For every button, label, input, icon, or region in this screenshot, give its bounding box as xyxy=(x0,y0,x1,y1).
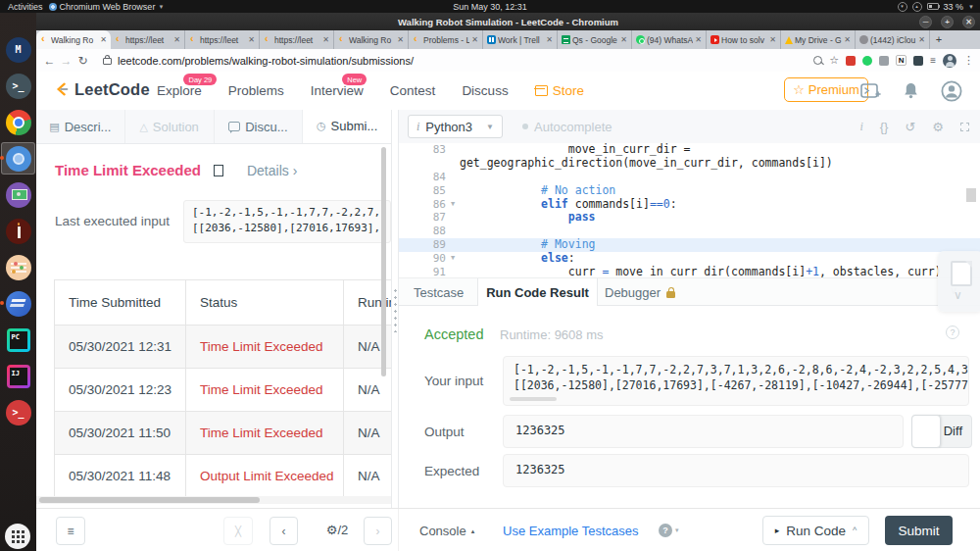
browser-tab[interactable]: Qs - Google✕ xyxy=(558,30,632,49)
browser-tab[interactable]: Walking Ro✕ xyxy=(36,30,111,49)
format-braces-icon[interactable]: {} xyxy=(880,120,889,134)
browser-tab[interactable]: How to solv✕ xyxy=(707,30,781,49)
new-tab-button[interactable]: + xyxy=(930,30,948,49)
settings-gear-icon[interactable]: ⚙ xyxy=(932,120,944,134)
panel-tab-solution[interactable]: △Solution xyxy=(125,110,215,143)
console-toggle[interactable]: Console ▴ xyxy=(419,524,474,538)
app-grid-launcher-icon[interactable] xyxy=(5,524,30,549)
browser-tab[interactable]: https://leet✕ xyxy=(111,30,185,49)
window-titlebar[interactable]: Walking Robot Simulation - LeetCode - Ch… xyxy=(36,13,980,30)
table-horizontal-scrollbar[interactable] xyxy=(36,496,392,504)
dock-terminal-red-app[interactable]: >_ xyxy=(5,399,31,426)
tab-close-icon[interactable]: ✕ xyxy=(471,35,478,44)
copy-icon[interactable] xyxy=(214,165,223,176)
panel-tab-discussion[interactable]: Discu... xyxy=(215,110,304,143)
scroll-helper-widget[interactable]: ∨ xyxy=(938,251,980,312)
testcase-help[interactable]: ? ▾ xyxy=(659,524,679,537)
submission-row[interactable]: 05/30/2021 12:31Time Limit ExceededN/A xyxy=(55,326,393,369)
tab-close-icon[interactable]: ✕ xyxy=(100,35,107,44)
maximize-button[interactable]: + xyxy=(941,16,954,28)
diff-toggle-knob[interactable] xyxy=(911,415,941,448)
dock-candle-app[interactable] xyxy=(5,218,31,244)
browser-tab[interactable]: https://leet✕ xyxy=(185,30,260,49)
browser-tab[interactable]: My Drive - G✕ xyxy=(781,30,856,49)
browser-tab[interactable]: (94) WhatsA✕ xyxy=(632,30,707,49)
submission-row[interactable]: 05/30/2021 11:48Output Limit ExceededN/A xyxy=(55,455,393,497)
premium-button[interactable]: ☆ Premium xyxy=(784,77,868,102)
run-code-button[interactable]: ▸ Run Code ^ xyxy=(762,516,869,545)
console-tab-testcase[interactable]: Testcase xyxy=(414,278,464,307)
tab-close-icon[interactable]: ✕ xyxy=(695,35,702,44)
console-tab-debugger[interactable]: Debugger xyxy=(605,278,675,307)
dock-layers-app[interactable] xyxy=(5,290,31,317)
fullscreen-icon[interactable] xyxy=(960,123,969,131)
details-link[interactable]: Details › xyxy=(247,163,297,178)
nav-item-store[interactable]: Store xyxy=(535,83,584,98)
tab-close-icon[interactable]: ✕ xyxy=(769,35,776,44)
fold-arrow-icon[interactable]: ▼ xyxy=(446,198,460,212)
tab-close-icon[interactable]: ✕ xyxy=(844,35,851,44)
notifications-bell-icon[interactable] xyxy=(904,82,918,99)
zoom-icon[interactable] xyxy=(813,56,822,65)
close-button[interactable]: ✕ xyxy=(962,16,975,28)
submit-button[interactable]: Submit xyxy=(885,516,953,545)
panel-tab-submissions[interactable]: ◷Submi... xyxy=(303,110,392,143)
reset-icon[interactable]: ↺ xyxy=(905,120,915,134)
forward-icon[interactable]: → xyxy=(58,54,74,68)
autocomplete-toggle[interactable]: Autocomplete xyxy=(522,110,612,143)
panel-tab-description[interactable]: ▤Descri... xyxy=(36,110,125,143)
submission-list-button[interactable]: ≡ xyxy=(56,517,85,545)
extension-notion-icon[interactable]: N xyxy=(896,55,906,66)
app-menu[interactable]: Chromium Web Browser ▼ xyxy=(49,2,165,12)
submission-status[interactable]: Time Limit Exceeded xyxy=(186,412,344,455)
browser-tab[interactable]: (1442) iClou✕ xyxy=(856,30,930,49)
browser-profile-avatar[interactable] xyxy=(943,54,956,68)
shuffle-icon[interactable]: ╳ xyxy=(223,517,253,545)
system-tray[interactable]: ▾ ▴ 33 % ▼ xyxy=(898,0,974,13)
back-icon[interactable]: ← xyxy=(41,54,58,68)
activities-button[interactable]: Activities xyxy=(8,2,43,12)
dock-screen-recorder-app[interactable] xyxy=(5,181,31,208)
nav-item-contest[interactable]: Contest xyxy=(390,83,436,98)
editor-scrollbar-thumb[interactable] xyxy=(966,188,976,202)
code-editor[interactable]: 83 move_in_curr_dir =get_geographic_dire… xyxy=(399,143,980,277)
minimize-button[interactable]: ─ xyxy=(919,16,932,28)
browser-tab[interactable]: https://leet✕ xyxy=(260,30,334,49)
lock-icon[interactable] xyxy=(103,58,112,65)
dock-pycharm-ide[interactable]: PC xyxy=(5,326,31,353)
tab-close-icon[interactable]: ✕ xyxy=(546,35,553,44)
browser-menu-icon[interactable]: ⋮ xyxy=(963,54,974,67)
nav-item-discuss[interactable]: Discuss xyxy=(462,83,508,98)
tab-close-icon[interactable]: ✕ xyxy=(397,35,404,44)
tune-icon[interactable]: ≡ xyxy=(930,55,936,66)
browser-tab[interactable]: Work | Trell✕ xyxy=(483,30,558,49)
reload-icon[interactable]: ↻ xyxy=(74,54,91,68)
browser-tab[interactable]: Walking Ro✕ xyxy=(334,30,409,49)
extension-red-icon[interactable] xyxy=(846,56,856,66)
submission-row[interactable]: 05/30/2021 11:50Time Limit ExceededN/A xyxy=(55,412,393,455)
help-icon[interactable]: ? xyxy=(946,326,959,339)
fold-arrow-icon[interactable]: ▼ xyxy=(446,252,460,266)
dock-chromium-browser[interactable] xyxy=(5,145,31,172)
submission-status[interactable]: Time Limit Exceeded xyxy=(186,369,344,412)
tab-close-icon[interactable]: ✕ xyxy=(620,35,627,44)
dock-wave-media-app[interactable]: M xyxy=(5,36,31,63)
submission-status[interactable]: Time Limit Exceeded xyxy=(186,326,344,369)
your-input-value[interactable]: [-1,-2,-1,5,-1,-1,7,7,-2,2,7,3,7,1,3,2,6… xyxy=(503,356,969,406)
submission-status[interactable]: Output Limit Exceeded xyxy=(186,455,344,497)
bookmark-star-icon[interactable]: ☆ xyxy=(829,54,839,67)
console-tab-run-code-result[interactable]: Run Code Result xyxy=(477,278,598,307)
dock-terminal-app[interactable]: >_ xyxy=(5,73,31,99)
dock-preferences-app[interactable] xyxy=(5,254,31,280)
leetcode-logo[interactable]: LeetCode xyxy=(54,79,150,99)
tab-close-icon[interactable]: ✕ xyxy=(248,35,255,44)
dock-intellij-ide[interactable]: IJ xyxy=(5,363,31,389)
editor-info-icon[interactable]: i xyxy=(859,120,862,134)
nav-item-explore[interactable]: ExploreDay 29 xyxy=(157,83,202,98)
use-example-testcases-link[interactable]: Use Example Testcases xyxy=(503,524,639,538)
dock-chrome-browser[interactable] xyxy=(5,109,31,135)
prev-page-button[interactable]: ‹ xyxy=(270,517,298,545)
browser-tab[interactable]: Problems - L✕ xyxy=(409,30,483,49)
playground-icon[interactable] xyxy=(860,83,881,99)
user-avatar-icon[interactable] xyxy=(941,80,962,102)
